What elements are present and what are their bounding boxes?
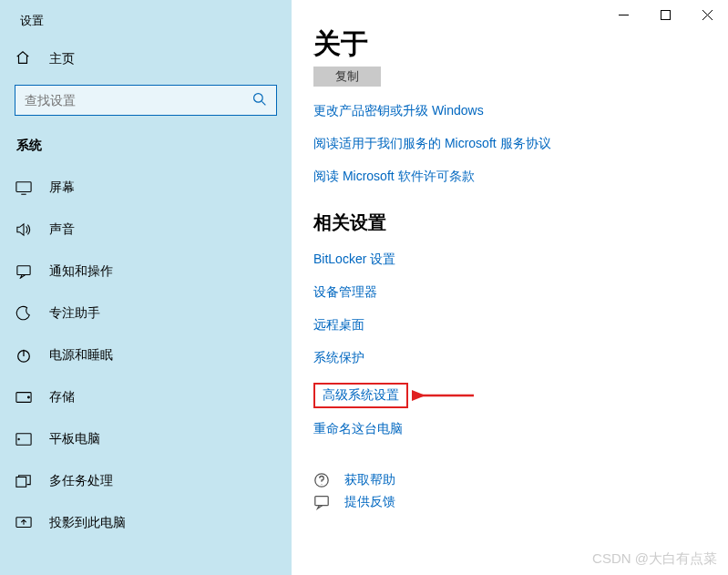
sound-icon: [15, 222, 33, 237]
related-settings-heading: 相关设置: [313, 210, 706, 235]
get-help-label: 获取帮助: [344, 472, 395, 488]
sidebar-item-display[interactable]: 屏幕: [0, 167, 292, 209]
search-icon: [252, 92, 267, 109]
page-heading: 关于: [313, 26, 706, 63]
feedback-row[interactable]: 提供反馈: [313, 494, 706, 510]
svg-rect-0: [619, 15, 629, 15]
svg-rect-3: [16, 182, 31, 192]
feedback-label: 提供反馈: [344, 494, 395, 510]
sidebar-item-sound[interactable]: 声音: [0, 209, 292, 251]
home-label: 主页: [49, 51, 75, 67]
search-input[interactable]: [25, 93, 252, 108]
search-box[interactable]: [15, 85, 277, 116]
minimize-button[interactable]: [602, 0, 644, 29]
svg-rect-10: [16, 477, 26, 488]
storage-icon: [15, 391, 33, 404]
svg-point-9: [18, 438, 19, 439]
highlighted-link-box: 高级系统设置: [313, 383, 408, 408]
sidebar-item-label: 专注助手: [49, 305, 100, 322]
multitask-icon: [15, 474, 33, 488]
sidebar: 设置 主页 系统 屏幕 声音 通知和操作: [0, 0, 292, 575]
sidebar-item-label: 投影到此电脑: [49, 515, 126, 531]
annotation-arrow-icon: [412, 385, 476, 406]
link-license-terms[interactable]: 阅读 Microsoft 软件许可条款: [313, 169, 706, 185]
sidebar-item-label: 多任务处理: [49, 473, 113, 489]
close-button[interactable]: [686, 0, 728, 29]
sidebar-item-storage[interactable]: 存储: [0, 376, 292, 418]
link-change-product-key[interactable]: 更改产品密钥或升级 Windows: [313, 103, 706, 119]
link-service-agreement[interactable]: 阅读适用于我们服务的 Microsoft 服务协议: [313, 136, 706, 152]
sidebar-item-label: 屏幕: [49, 180, 75, 196]
sidebar-item-notifications[interactable]: 通知和操作: [0, 251, 292, 293]
sidebar-item-power[interactable]: 电源和睡眠: [0, 334, 292, 376]
feedback-icon: [313, 494, 330, 510]
svg-rect-4: [17, 266, 30, 275]
display-icon: [15, 180, 33, 195]
sidebar-item-label: 电源和睡眠: [49, 347, 113, 364]
sidebar-item-project[interactable]: 投影到此电脑: [0, 502, 292, 544]
svg-rect-1: [661, 10, 670, 19]
sidebar-item-focus[interactable]: 专注助手: [0, 293, 292, 334]
content-area: 关于 复制 更改产品密钥或升级 Windows 阅读适用于我们服务的 Micro…: [292, 0, 728, 575]
link-device-manager[interactable]: 设备管理器: [313, 284, 706, 301]
sidebar-item-label: 通知和操作: [49, 263, 113, 280]
power-icon: [15, 347, 33, 364]
link-system-protection[interactable]: 系统保护: [313, 350, 706, 366]
sidebar-item-tablet[interactable]: 平板电脑: [0, 418, 292, 460]
tablet-icon: [15, 432, 33, 447]
copy-button[interactable]: 复制: [313, 67, 381, 87]
help-icon: [313, 472, 330, 488]
sidebar-item-multitask[interactable]: 多任务处理: [0, 460, 292, 502]
project-icon: [15, 516, 33, 530]
sidebar-item-label: 平板电脑: [49, 431, 100, 447]
svg-point-2: [254, 93, 263, 102]
focus-icon: [15, 305, 33, 322]
link-advanced-system-settings[interactable]: 高级系统设置: [323, 387, 399, 402]
svg-point-7: [28, 396, 30, 398]
home-icon: [15, 49, 33, 68]
link-bitlocker[interactable]: BitLocker 设置: [313, 252, 706, 268]
notifications-icon: [15, 264, 33, 279]
home-nav[interactable]: 主页: [0, 40, 292, 77]
link-remote-desktop[interactable]: 远程桌面: [313, 317, 706, 334]
maximize-button[interactable]: [644, 0, 686, 29]
link-rename-pc[interactable]: 重命名这台电脑: [313, 421, 706, 437]
watermark: CSDN @大白有点菜: [592, 550, 717, 568]
sidebar-item-label: 存储: [49, 389, 75, 406]
sidebar-item-label: 声音: [49, 221, 75, 238]
app-title: 设置: [0, 9, 292, 40]
get-help-row[interactable]: 获取帮助: [313, 472, 706, 488]
svg-rect-13: [315, 497, 328, 506]
category-label: 系统: [0, 132, 292, 167]
